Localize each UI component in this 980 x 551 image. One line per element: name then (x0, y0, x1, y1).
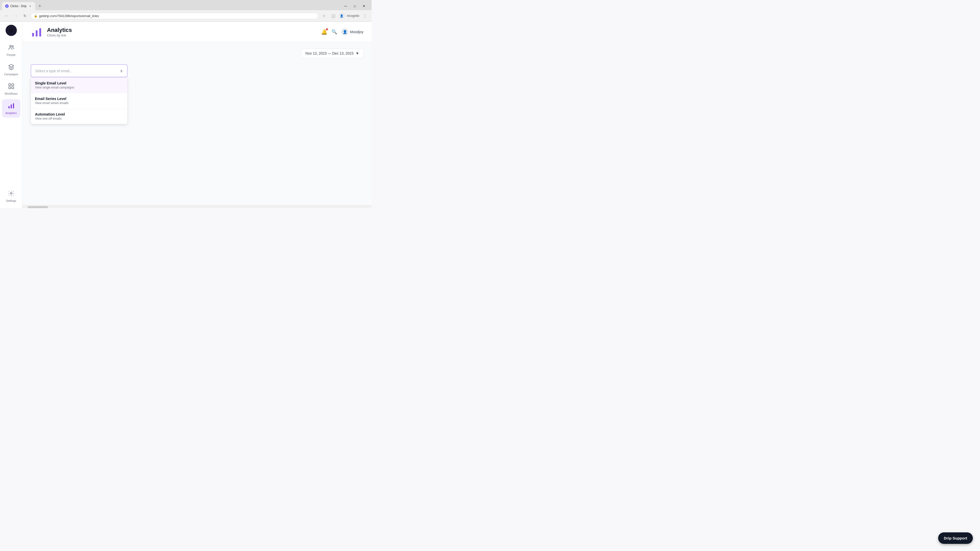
settings-icon (8, 190, 14, 198)
sidebar-settings-label: Settings (6, 199, 16, 202)
sidebar-workflows-label: Workflows (5, 92, 18, 95)
svg-rect-5 (12, 87, 14, 89)
svg-rect-10 (32, 33, 34, 37)
tab-close-button[interactable]: ✕ (28, 4, 32, 8)
campaigns-icon (8, 64, 14, 72)
incognito-label: Incognito (347, 14, 360, 17)
sidebar-analytics-label: Analytics (5, 111, 17, 114)
back-button[interactable]: ← (3, 12, 10, 19)
dropdown-item-email-series[interactable]: Email Series Level View email series ema… (31, 93, 127, 109)
scroll-thumb[interactable] (27, 206, 48, 208)
page-subtitle: Clicks by link (47, 33, 72, 37)
svg-rect-12 (39, 28, 41, 37)
browser-chrome: 💧 Clicks · Drip ✕ + — □ ✕ ← → ↻ 🔒 getdri… (0, 0, 372, 22)
refresh-button[interactable]: ↻ (21, 12, 29, 19)
sidebar-item-analytics[interactable]: Analytics (2, 99, 21, 118)
user-profile-icon[interactable]: 👤 (339, 13, 345, 19)
page-title: Analytics (47, 27, 72, 33)
workflows-icon (8, 83, 14, 91)
app-logo[interactable]: ☺ (6, 25, 17, 36)
automation-title: Automation Level (35, 112, 123, 116)
svg-rect-11 (36, 30, 38, 37)
date-range-chevron-icon: ▼ (355, 51, 359, 56)
main-content: Analytics Clicks by link 🔔 🔍 👤 Moodjoy (22, 22, 372, 208)
sidebar-item-workflows[interactable]: Workflows (2, 80, 21, 98)
dropdown-item-single-email[interactable]: Single Email Level View single email cam… (31, 78, 127, 93)
sidebar: ☺ People Campai (0, 22, 22, 208)
sidebar-item-settings[interactable]: Settings (2, 187, 21, 205)
url-text: getdrip.com/7641396/reports/email_links (39, 14, 99, 18)
svg-rect-7 (11, 105, 11, 108)
bookmark-icon[interactable]: ☆ (320, 12, 328, 19)
svg-rect-8 (13, 103, 14, 108)
new-tab-button[interactable]: + (36, 3, 43, 10)
notification-dot (326, 28, 328, 30)
avatar: 👤 (341, 28, 348, 35)
browser-menu-icon[interactable]: ⋮ (361, 12, 369, 19)
svg-point-0 (10, 45, 11, 47)
dropdown-placeholder: Select a type of email... (35, 69, 73, 73)
nav-bar: ← → ↻ 🔒 getdrip.com/7641396/reports/emai… (0, 10, 372, 21)
email-type-dropdown-trigger[interactable]: Select a type of email... ∧ (30, 64, 127, 77)
page-header: Analytics Clicks by link 🔔 🔍 👤 Moodjoy (22, 22, 372, 42)
header-actions: 🔔 🔍 👤 Moodjoy (321, 28, 363, 35)
tab-bar: 💧 Clicks · Drip ✕ + — □ ✕ (0, 0, 372, 10)
user-menu-button[interactable]: 👤 Moodjoy (341, 28, 363, 35)
sidebar-item-people[interactable]: People (2, 41, 21, 59)
date-range-wrapper: Nov 13, 2023 — Dec 13, 2023 ▼ (30, 48, 363, 58)
address-lock-icon: 🔒 (34, 14, 38, 17)
app-container: ☺ People Campai (0, 22, 372, 208)
date-range-label: Nov 13, 2023 — Dec 13, 2023 (305, 51, 353, 56)
people-icon (8, 44, 14, 52)
svg-point-1 (12, 46, 13, 47)
browser-actions: ☆ ⬜ 👤 Incognito ⋮ (320, 12, 369, 19)
address-bar[interactable]: 🔒 getdrip.com/7641396/reports/email_link… (30, 13, 318, 19)
email-series-desc: View email series emails (35, 101, 123, 105)
window-maximize-button[interactable]: □ (351, 3, 358, 10)
content-area: Nov 13, 2023 — Dec 13, 2023 ▼ Select a t… (22, 42, 372, 208)
single-email-title: Single Email Level (35, 81, 123, 85)
window-close-button[interactable]: ✕ (360, 3, 368, 10)
user-name: Moodjoy (350, 30, 363, 34)
email-type-dropdown-container: Select a type of email... ∧ Single Email… (30, 64, 127, 77)
active-tab[interactable]: 💧 Clicks · Drip ✕ (2, 2, 35, 10)
svg-rect-6 (8, 106, 10, 108)
svg-rect-3 (12, 84, 14, 86)
sidebar-campaigns-label: Campaigns (4, 73, 18, 76)
email-series-title: Email Series Level (35, 97, 123, 101)
automation-desc: View one-off emails (35, 117, 123, 121)
profile-switcher-icon[interactable]: ⬜ (329, 12, 337, 19)
sidebar-item-campaigns[interactable]: Campaigns (2, 60, 21, 79)
analytics-page-icon (30, 26, 43, 38)
tab-favicon: 💧 (5, 4, 9, 8)
sidebar-people-label: People (6, 53, 15, 56)
horizontal-scrollbar[interactable] (22, 205, 372, 208)
svg-point-9 (10, 192, 12, 194)
window-minimize-button[interactable]: — (342, 3, 349, 10)
dropdown-chevron-icon: ∧ (120, 68, 123, 73)
header-text: Analytics Clicks by link (47, 27, 72, 37)
svg-rect-2 (9, 84, 11, 86)
dropdown-item-automation[interactable]: Automation Level View one-off emails (31, 109, 127, 124)
forward-button[interactable]: → (12, 12, 19, 19)
date-range-picker-button[interactable]: Nov 13, 2023 — Dec 13, 2023 ▼ (301, 48, 363, 58)
logo-icon: ☺ (8, 27, 14, 34)
email-type-dropdown-menu: Single Email Level View single email cam… (30, 77, 127, 124)
search-button[interactable]: 🔍 (331, 29, 337, 35)
analytics-icon (8, 102, 14, 110)
single-email-desc: View single email campaigns (35, 86, 123, 89)
notifications-bell-button[interactable]: 🔔 (321, 29, 328, 35)
svg-rect-4 (9, 87, 11, 89)
tab-title: Clicks · Drip (10, 4, 27, 8)
